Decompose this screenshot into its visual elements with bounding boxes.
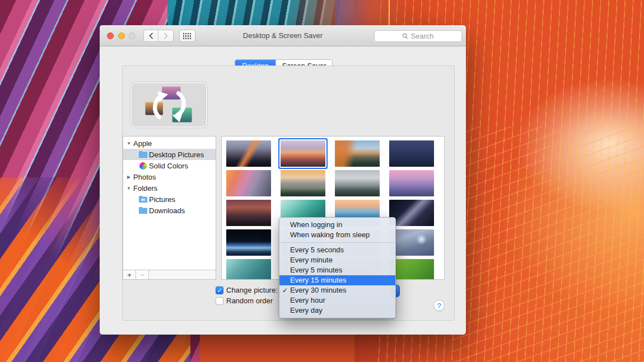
- wallpaper-thumbnail-earth-horizon[interactable]: [226, 229, 271, 256]
- sidebar-item-label: Downloads: [149, 206, 185, 215]
- menu-item-every-30-minutes-current[interactable]: ✓Every 30 minutes: [279, 285, 395, 295]
- search-placeholder: Search: [410, 32, 433, 40]
- preferences-window: Desktop & Screen Saver Search Desktop Sc…: [100, 25, 466, 335]
- wallpaper-thumbnail-yosemite-fog[interactable]: [335, 170, 380, 196]
- folder-icon: [139, 207, 147, 214]
- remove-folder-button[interactable]: −: [136, 270, 149, 279]
- menu-item-when-logging-in[interactable]: When logging in: [279, 220, 395, 230]
- interval-menu: When logging in When waking from sleep E…: [279, 217, 396, 318]
- add-folder-button[interactable]: +: [123, 270, 136, 279]
- menu-item-every-minute[interactable]: Every minute: [279, 255, 395, 265]
- folder-pictures-icon: [139, 196, 147, 203]
- triangle-right-icon[interactable]: ▶: [126, 175, 132, 180]
- wallpaper-thumbnail-rice-fields[interactable]: [389, 259, 434, 280]
- sidebar-group-folders[interactable]: ▼ Folders: [123, 182, 216, 194]
- sidebar-item-desktop-pictures[interactable]: Desktop Pictures: [123, 149, 216, 160]
- change-picture-checkbox[interactable]: ✓: [216, 286, 223, 294]
- source-list-footer: + −: [123, 270, 216, 279]
- sidebar-item-downloads[interactable]: Downloads: [123, 205, 216, 216]
- random-order-label: Random order: [226, 297, 273, 305]
- random-order-row[interactable]: Random order: [216, 297, 273, 305]
- sidebar-group-label: Photos: [133, 173, 156, 181]
- menu-item-every-5-minutes[interactable]: Every 5 minutes: [279, 265, 395, 275]
- menu-item-every-15-minutes-highlighted[interactable]: Every 15 minutes: [279, 275, 395, 285]
- menu-item-label: Every 30 minutes: [290, 286, 346, 294]
- search-icon: [402, 33, 408, 39]
- help-button[interactable]: ?: [433, 300, 445, 311]
- wallpaper-thumbnail-lake-rocks-dusk[interactable]: [226, 200, 271, 226]
- wallpaper-thumbnail-moon-clouds[interactable]: [389, 229, 434, 256]
- wallpaper-thumbnail-sierra-peak[interactable]: [226, 140, 271, 167]
- sidebar-group-label: Apple: [133, 139, 152, 148]
- random-order-checkbox[interactable]: [216, 297, 223, 305]
- sidebar-item-label: Pictures: [149, 195, 175, 204]
- source-list: ▼ Apple Desktop Pictures Solid Colors ▶ …: [123, 136, 216, 280]
- sidebar-item-solid-colors[interactable]: Solid Colors: [123, 160, 216, 171]
- sidebar-item-label: Desktop Pictures: [149, 151, 204, 159]
- wallpaper-preview-well: [130, 82, 207, 128]
- triangle-down-icon[interactable]: ▼: [126, 186, 132, 191]
- source-list-rows: ▼ Apple Desktop Pictures Solid Colors ▶ …: [123, 138, 216, 216]
- wallpaper-thumbnail-galaxy[interactable]: [389, 200, 434, 226]
- wallpaper-thumbnail-half-dome-night[interactable]: [389, 140, 434, 167]
- sidebar-group-label: Folders: [133, 184, 157, 192]
- wallpaper-yellow-streak: [389, 0, 390, 27]
- color-wheel-icon: [139, 162, 147, 170]
- sidebar-group-apple[interactable]: ▼ Apple: [123, 138, 216, 149]
- folder-icon: [139, 151, 147, 158]
- menu-item-when-waking-from-sleep[interactable]: When waking from sleep: [279, 230, 395, 240]
- wallpaper-thumbnail-el-capitan-meadow[interactable]: [281, 170, 325, 196]
- wallpaper-thumbnail-sierra-ridge-sunset-selected[interactable]: [281, 140, 325, 167]
- checkmark-icon: ✓: [282, 285, 288, 295]
- sidebar-item-pictures[interactable]: Pictures: [123, 194, 216, 205]
- menu-item-every-day[interactable]: Every day: [279, 305, 395, 316]
- sidebar-item-label: Solid Colors: [149, 162, 188, 170]
- menu-item-every-hour[interactable]: Every hour: [279, 295, 395, 305]
- change-picture-row[interactable]: ✓ Change picture:: [216, 286, 278, 294]
- search-input[interactable]: Search: [374, 30, 462, 42]
- wallpaper-thumbnail-alpenglow-peaks[interactable]: [389, 170, 434, 196]
- rotating-pictures-icon: [140, 85, 198, 125]
- wallpaper-thumbnail-el-capitan-valley[interactable]: [335, 140, 380, 167]
- menu-item-every-5-seconds[interactable]: Every 5 seconds: [279, 245, 395, 255]
- wallpaper-thumbnail-teal-clouds[interactable]: [226, 259, 271, 280]
- title-bar[interactable]: Desktop & Screen Saver Search: [100, 25, 466, 46]
- sidebar-group-photos[interactable]: ▶ Photos: [123, 171, 216, 182]
- menu-separator: [279, 242, 395, 243]
- change-picture-label: Change picture:: [226, 286, 278, 294]
- wallpaper-thumbnail-half-dome-sunset[interactable]: [226, 170, 271, 196]
- wallpaper-contour-lines-lower: [451, 126, 644, 362]
- triangle-down-icon[interactable]: ▼: [126, 141, 132, 146]
